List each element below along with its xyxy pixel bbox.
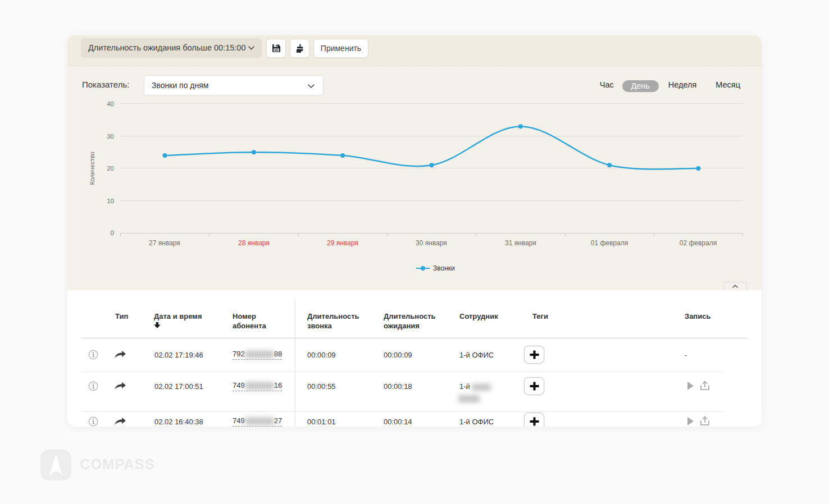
svg-text:31 января: 31 января <box>505 239 536 247</box>
svg-text:28 января: 28 января <box>238 239 270 247</box>
svg-text:20: 20 <box>107 165 114 172</box>
svg-text:Звонки: Звонки <box>433 264 455 272</box>
svg-text:10: 10 <box>107 198 114 204</box>
svg-text:01 февраля: 01 февраля <box>591 239 628 247</box>
svg-text:30: 30 <box>107 133 114 140</box>
svg-text:0: 0 <box>111 230 114 236</box>
svg-text:29 января: 29 января <box>327 239 358 247</box>
svg-text:Количество: Количество <box>89 152 95 185</box>
svg-text:40: 40 <box>107 100 114 107</box>
svg-text:27 января: 27 января <box>149 239 180 247</box>
svg-text:02 февраля: 02 февраля <box>680 239 717 247</box>
svg-text:30 января: 30 января <box>416 239 447 247</box>
